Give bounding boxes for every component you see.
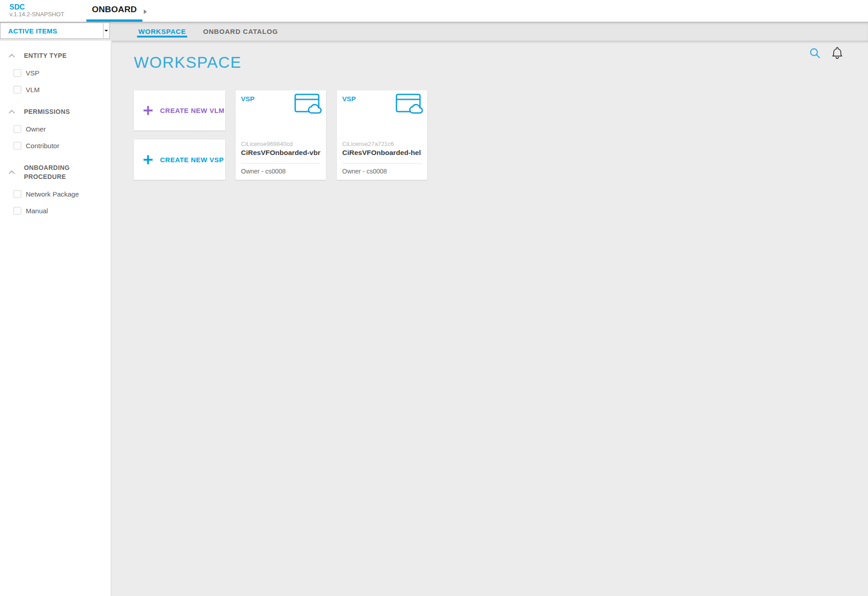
filter-section-permissions: PERMISSIONS Owner Contributor — [0, 107, 111, 150]
card-owner: Owner - cs0008 — [342, 168, 422, 175]
tab-workspace[interactable]: WORKSPACE — [138, 22, 186, 41]
vsp-card[interactable]: VSP CiLicense969840cd CiResVFOnboarded-v… — [236, 90, 326, 180]
card-entity-type: VSP — [342, 95, 356, 103]
card-divider — [241, 163, 321, 164]
filter-label: VSP — [26, 69, 39, 77]
section-title: PERMISSIONS — [24, 107, 96, 116]
filter-label: VLM — [26, 86, 40, 94]
filter-item-network-package[interactable]: Network Package — [14, 190, 111, 198]
right-triangle-icon[interactable] — [144, 9, 147, 14]
owner-checkbox[interactable] — [14, 125, 21, 133]
plus-icon — [143, 155, 153, 165]
items-filter-selected-value: ACTIVE ITEMS — [0, 27, 57, 35]
manual-checkbox[interactable] — [14, 207, 21, 215]
page-title: WORKSPACE — [134, 53, 241, 71]
filter-label: Manual — [26, 207, 48, 215]
filter-item-owner[interactable]: Owner — [14, 125, 111, 133]
tab-onboard-catalog-label: ONBOARD CATALOG — [203, 28, 278, 35]
plus-icon — [143, 105, 153, 116]
search-button[interactable] — [809, 47, 821, 59]
vlm-checkbox[interactable] — [14, 86, 21, 94]
filter-section-onboarding-procedure: ONBOARDING PROCEDURE Network Package Man… — [0, 163, 111, 215]
tab-onboard-active-indicator — [86, 19, 142, 22]
vsp-checkbox[interactable] — [14, 69, 21, 77]
network-package-checkbox[interactable] — [14, 190, 21, 198]
card-entity-type: VSP — [241, 95, 255, 103]
create-new-vlm-label: CREATE NEW VLM — [160, 107, 225, 114]
section-header-permissions[interactable]: PERMISSIONS — [0, 107, 111, 116]
top-header: SDC v.1.14.2-SNAPSHOT ONBOARD — [0, 0, 868, 22]
filter-label: Network Package — [26, 190, 79, 198]
section-header-entity-type[interactable]: ENTITY TYPE — [0, 51, 111, 60]
section-header-onboarding-procedure[interactable]: ONBOARDING PROCEDURE — [0, 163, 111, 181]
filter-label: Contributor — [26, 142, 59, 150]
filter-label: Owner — [26, 125, 46, 133]
filter-section-entity-type: ENTITY TYPE VSP VLM — [0, 51, 111, 94]
chevron-up-icon — [9, 110, 15, 114]
items-filter-select[interactable]: ACTIVE ITEMS — [0, 23, 110, 39]
tab-onboard-label: ONBOARD — [92, 5, 137, 14]
workspace-tabs: WORKSPACE ONBOARD CATALOG — [138, 22, 278, 41]
section-title: ENTITY TYPE — [24, 51, 96, 60]
contributor-checkbox[interactable] — [14, 142, 21, 150]
tab-onboard-catalog[interactable]: ONBOARD CATALOG — [203, 22, 278, 41]
card-info: CiLicense27a721c6 CiResVFOnboarded-hel… … — [342, 141, 422, 175]
filter-item-vlm[interactable]: VLM — [14, 86, 111, 94]
sdc-logo[interactable]: SDC v.1.14.2-SNAPSHOT — [9, 3, 64, 18]
card-owner: Owner - cs0008 — [241, 168, 321, 175]
card-vendor-license: CiLicense969840cd — [241, 141, 321, 147]
chevron-down-icon — [104, 30, 108, 32]
create-new-vlm-button[interactable]: CREATE NEW VLM — [134, 90, 225, 131]
subheader-bar: ACTIVE ITEMS WORKSPACE ONBOARD CATALOG — [0, 22, 868, 41]
tab-onboard[interactable]: ONBOARD — [86, 0, 142, 22]
bell-icon — [830, 46, 844, 61]
search-icon — [809, 47, 821, 59]
filter-item-contributor[interactable]: Contributor — [14, 142, 111, 150]
filters-sidebar: ENTITY TYPE VSP VLM PERMISSIONS Owner — [0, 39, 111, 596]
chevron-up-icon — [9, 170, 15, 174]
app-name: SDC — [9, 3, 64, 11]
card-info: CiLicense969840cd CiResVFOnboarded-vbrg…… — [241, 141, 321, 175]
software-product-icon — [294, 94, 322, 117]
vsp-card[interactable]: VSP CiLicense27a721c6 CiResVFOnboarded-h… — [337, 90, 427, 180]
chevron-up-icon — [9, 54, 15, 58]
app-version: v.1.14.2-SNAPSHOT — [9, 11, 64, 18]
section-title: ONBOARDING PROCEDURE — [24, 163, 96, 181]
card-vendor-license: CiLicense27a721c6 — [342, 141, 422, 147]
card-divider — [342, 163, 422, 164]
select-arrow-strip[interactable] — [103, 23, 109, 38]
create-new-vsp-label: CREATE NEW VSP — [160, 156, 224, 164]
tab-workspace-active-indicator — [137, 36, 187, 38]
create-new-vsp-button[interactable]: CREATE NEW VSP — [134, 140, 225, 180]
workspace-main: WORKSPACE CREATE NEW VLM CREATE NEW VSP … — [112, 41, 868, 596]
software-product-icon — [396, 94, 424, 117]
card-name: CiResVFOnboarded-hel… — [342, 148, 422, 157]
filter-item-vsp[interactable]: VSP — [14, 69, 111, 77]
filter-item-manual[interactable]: Manual — [14, 207, 111, 215]
card-name: CiResVFOnboarded-vbrg… — [241, 148, 321, 157]
notifications-button[interactable] — [830, 46, 844, 61]
sdc-onboard-page: SDC v.1.14.2-SNAPSHOT ONBOARD ACTIVE ITE… — [0, 0, 868, 596]
tab-workspace-label: WORKSPACE — [138, 28, 186, 35]
